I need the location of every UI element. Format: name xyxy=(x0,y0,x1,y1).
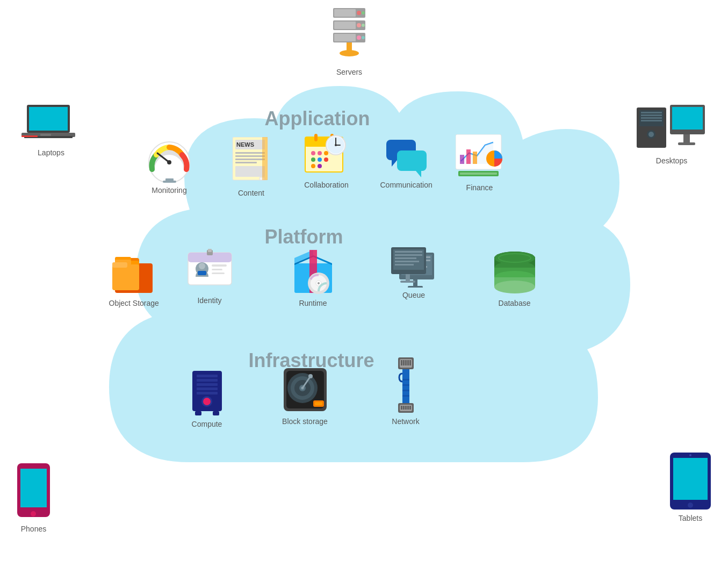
monitoring-icon xyxy=(147,140,192,183)
svg-point-95 xyxy=(199,263,205,269)
desktops-icon xyxy=(637,105,707,153)
svg-point-65 xyxy=(311,151,315,155)
svg-rect-122 xyxy=(395,254,422,256)
svg-rect-147 xyxy=(195,411,201,415)
laptops-icon xyxy=(21,105,81,145)
svg-rect-159 xyxy=(315,402,322,405)
svg-point-13 xyxy=(340,50,359,56)
tablets-label: Tablets xyxy=(679,514,702,522)
svg-rect-58 xyxy=(314,134,318,141)
svg-rect-75 xyxy=(397,150,427,171)
svg-rect-81 xyxy=(473,152,477,164)
finance-label: Finance xyxy=(466,183,493,192)
finance-item: Finance xyxy=(456,134,504,192)
network-item: Network xyxy=(388,355,423,426)
content-item: NEWS Content xyxy=(230,137,273,197)
monitoring-item: Monitoring xyxy=(147,140,192,195)
runtime-item: Runtime xyxy=(289,245,337,307)
svg-point-71 xyxy=(311,164,315,168)
svg-point-64 xyxy=(335,144,337,146)
network-label: Network xyxy=(392,417,419,426)
network-icon xyxy=(388,355,423,414)
svg-point-42 xyxy=(167,160,171,164)
servers-item: Servers xyxy=(328,5,371,76)
svg-rect-128 xyxy=(400,281,415,283)
svg-rect-170 xyxy=(402,390,409,391)
identity-label: Identity xyxy=(197,296,221,305)
cloud-shape: Application Monitoring xyxy=(82,75,646,516)
svg-rect-165 xyxy=(407,360,409,365)
svg-rect-15 xyxy=(29,107,68,131)
svg-point-66 xyxy=(318,151,322,155)
svg-rect-97 xyxy=(212,264,227,267)
svg-point-146 xyxy=(203,398,211,405)
svg-point-136 xyxy=(494,281,535,293)
svg-rect-144 xyxy=(197,392,218,394)
content-icon: NEWS xyxy=(230,137,273,185)
svg-rect-176 xyxy=(405,406,407,410)
svg-point-111 xyxy=(318,282,320,284)
tablets-icon xyxy=(669,451,712,511)
object-storage-icon xyxy=(110,253,158,296)
svg-rect-178 xyxy=(409,406,411,410)
svg-rect-163 xyxy=(403,360,405,365)
svg-point-2 xyxy=(357,11,361,15)
queue-label: Queue xyxy=(402,291,425,299)
svg-rect-79 xyxy=(460,155,464,164)
svg-rect-126 xyxy=(406,274,410,281)
svg-point-7 xyxy=(362,24,365,27)
svg-marker-76 xyxy=(416,171,421,177)
block-storage-label: Block storage xyxy=(282,417,328,426)
svg-rect-164 xyxy=(405,360,407,365)
collaboration-icon xyxy=(302,132,351,177)
svg-rect-18 xyxy=(40,134,51,136)
svg-point-10 xyxy=(357,35,361,40)
svg-rect-142 xyxy=(197,383,218,386)
svg-rect-53 xyxy=(235,166,265,177)
svg-rect-91 xyxy=(112,262,127,268)
laptops-item: Laptops xyxy=(21,105,81,157)
communication-icon xyxy=(384,137,429,177)
svg-rect-80 xyxy=(466,149,471,164)
identity-item: Identity xyxy=(187,247,233,305)
compute-label: Compute xyxy=(192,420,222,428)
svg-rect-143 xyxy=(197,388,218,390)
svg-rect-98 xyxy=(212,269,222,270)
svg-point-72 xyxy=(318,164,322,168)
phones-item: Phones xyxy=(16,462,51,533)
block-storage-item: Block storage xyxy=(281,365,329,426)
svg-rect-37 xyxy=(673,458,708,500)
communication-label: Communication xyxy=(380,181,433,189)
identity-icon xyxy=(187,247,233,293)
database-icon xyxy=(491,247,539,296)
svg-rect-148 xyxy=(213,411,219,415)
collaboration-item: Collaboration xyxy=(302,132,351,189)
queue-icon xyxy=(388,245,439,288)
svg-rect-162 xyxy=(401,360,402,365)
svg-rect-123 xyxy=(395,257,416,259)
svg-rect-167 xyxy=(402,369,409,404)
svg-point-6 xyxy=(357,23,361,27)
svg-point-67 xyxy=(324,151,328,155)
svg-rect-141 xyxy=(197,379,218,382)
svg-point-69 xyxy=(318,157,322,162)
block-storage-icon xyxy=(281,365,329,414)
application-title: Application xyxy=(265,107,370,130)
svg-rect-90 xyxy=(112,264,139,290)
phones-icon xyxy=(16,462,51,521)
svg-marker-74 xyxy=(392,160,397,167)
svg-point-28 xyxy=(648,132,654,137)
queue-item: Queue xyxy=(388,245,439,299)
svg-rect-175 xyxy=(403,406,405,410)
svg-rect-50 xyxy=(235,155,265,157)
svg-rect-83 xyxy=(460,173,497,175)
tablets-item: Tablets xyxy=(669,451,712,522)
runtime-icon xyxy=(289,245,337,296)
desktops-item: Desktops xyxy=(637,105,707,165)
svg-point-39 xyxy=(689,454,691,456)
desktops-label: Desktops xyxy=(656,156,687,165)
svg-rect-55 xyxy=(262,137,268,180)
svg-point-38 xyxy=(688,503,693,508)
object-storage-item: Object Storage xyxy=(109,253,159,307)
svg-point-68 xyxy=(311,157,315,162)
